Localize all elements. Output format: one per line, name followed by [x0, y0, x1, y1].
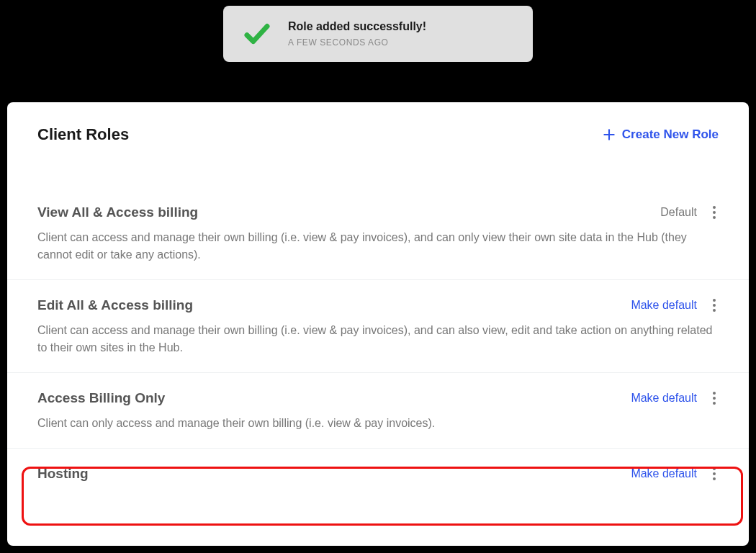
- role-description: Client can access and manage their own b…: [37, 229, 714, 264]
- toast-notification: Role added successfully! A FEW SECONDS A…: [223, 6, 533, 62]
- make-default-button[interactable]: Make default: [631, 299, 697, 312]
- role-name: View All & Access billing: [37, 204, 198, 220]
- checkmark-icon: [242, 19, 272, 49]
- make-default-button[interactable]: Make default: [631, 392, 697, 405]
- role-menu-button[interactable]: [710, 296, 719, 315]
- role-menu-button[interactable]: [710, 203, 719, 222]
- role-name: Access Billing Only: [37, 390, 165, 406]
- toast-timestamp: A FEW SECONDS AGO: [288, 37, 426, 48]
- role-menu-button[interactable]: [710, 389, 719, 408]
- role-item-view-all: View All & Access billing Default Client…: [7, 187, 749, 280]
- role-name: Hosting: [37, 466, 89, 482]
- panel-title: Client Roles: [37, 125, 129, 144]
- role-menu-button[interactable]: [710, 464, 719, 483]
- make-default-button[interactable]: Make default: [631, 467, 697, 480]
- create-new-role-label: Create New Role: [622, 127, 719, 142]
- role-description: Client can only access and manage their …: [37, 415, 714, 432]
- role-item-access-billing: Access Billing Only Make default Client …: [7, 373, 749, 449]
- create-new-role-button[interactable]: Create New Role: [602, 127, 719, 142]
- toast-message: Role added successfully!: [288, 20, 426, 33]
- default-badge: Default: [660, 206, 697, 219]
- roles-list: View All & Access billing Default Client…: [7, 187, 749, 499]
- role-name: Edit All & Access billing: [37, 297, 193, 313]
- role-item-edit-all: Edit All & Access billing Make default C…: [7, 280, 749, 373]
- client-roles-panel: Client Roles Create New Role View All & …: [7, 102, 749, 546]
- role-item-hosting: Hosting Make default: [7, 449, 749, 499]
- plus-icon: [602, 127, 616, 142]
- role-description: Client can access and manage their own b…: [37, 322, 714, 356]
